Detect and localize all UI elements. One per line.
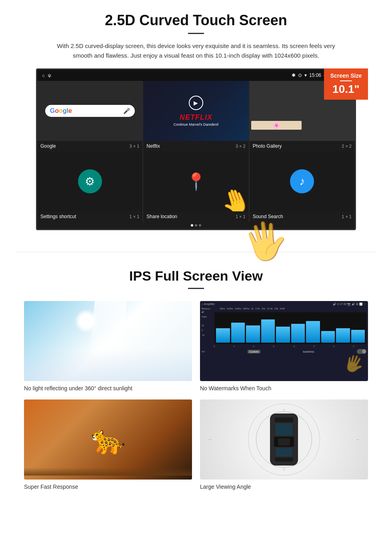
car-windshield bbox=[276, 424, 292, 436]
section2-underline bbox=[188, 288, 204, 289]
netflix-app-size: 3 × 2 bbox=[236, 144, 246, 149]
amp-bar-8 bbox=[321, 331, 335, 343]
google-app-cell[interactable]: Google 🎤 Google 3 × 1 bbox=[37, 81, 142, 151]
section-curved-screen: 2.5D Curved Touch Screen With 2.5D curve… bbox=[0, 0, 392, 240]
location-icon: ⊙ bbox=[298, 72, 302, 78]
netflix-logo: NETFLIX bbox=[174, 113, 218, 122]
netflix-cell-label: Netflix 3 × 2 bbox=[143, 141, 248, 151]
sky-image bbox=[24, 301, 192, 381]
car-roof-view bbox=[274, 437, 294, 447]
amp-freq-labels: Balance60hz100hz200hz500hz1k2.5k10k12.5k… bbox=[202, 307, 366, 310]
feature-img-no-watermarks: ⌂ Amplifier 🔊 ▾ 17:33 📷 🔊 ⊠ ⬜ ← Balance6… bbox=[200, 301, 368, 381]
amp-loudness-label: loudness bbox=[303, 350, 314, 353]
badge-divider bbox=[340, 80, 352, 81]
settings-app-cell[interactable]: ⚙ Settings shortcut 1 × 1 bbox=[37, 151, 142, 222]
time-display: 15:06 bbox=[309, 72, 321, 78]
amp-hand-icon: 🖐 bbox=[341, 351, 366, 376]
hand-icon: 🤚 bbox=[217, 183, 249, 211]
google-cell-label: Google 3 × 1 bbox=[37, 141, 142, 151]
amp-bar-3 bbox=[246, 325, 260, 343]
amp-bar-2 bbox=[231, 323, 245, 343]
amp-time: 🔊 ▾ 17:33 📷 🔊 ⊠ ⬜ ← bbox=[333, 303, 366, 306]
settings-app-size: 1 × 1 bbox=[130, 214, 140, 219]
feature-caption-large-angle: Large Viewing Angle bbox=[200, 484, 368, 490]
settings-icon: ⚙ bbox=[78, 169, 102, 193]
amp-bar-6 bbox=[291, 324, 305, 343]
amp-bar-5 bbox=[276, 327, 290, 343]
car-image: ↑ ↓ ← → bbox=[200, 399, 368, 480]
amp-bar-1 bbox=[216, 328, 230, 343]
device-wrapper: Screen Size 10.1" ⌂ ψ ✱ ⊙ ▾ 15:06 ◉ ◁) ⊠ bbox=[24, 68, 368, 230]
netflix-app-inner: ▶ NETFLIX Continue Marvel's Daredevil bbox=[143, 81, 248, 141]
feature-fast-response: 🐆 Super Fast Response bbox=[24, 399, 192, 490]
dot-3 bbox=[199, 224, 201, 227]
netflix-app-cell[interactable]: ▶ NETFLIX Continue Marvel's Daredevil Ne… bbox=[143, 81, 248, 151]
amp-footer: << Custom loudness bbox=[202, 349, 366, 354]
title-underline bbox=[188, 33, 204, 34]
feature-no-reflect: No light reflecting under 360° direct su… bbox=[24, 301, 192, 391]
amp-bar-9 bbox=[336, 328, 350, 343]
section2-title: IPS Full Screen View bbox=[24, 268, 368, 284]
angle-arrow-bottom: ↓ bbox=[283, 466, 285, 472]
feature-no-watermarks: ⌂ Amplifier 🔊 ▾ 17:33 📷 🔊 ⊠ ⬜ ← Balance6… bbox=[200, 301, 368, 391]
sound-app-inner: ♪ bbox=[250, 151, 355, 211]
amp-eq-bars bbox=[214, 312, 366, 344]
pagination-dots bbox=[37, 222, 355, 229]
usb-icon: ψ bbox=[48, 73, 51, 78]
share-app-inner: 📍 🤚 bbox=[143, 151, 248, 211]
google-app-inner: Google 🎤 bbox=[37, 81, 142, 141]
badge-label: Screen Size bbox=[327, 72, 365, 79]
amp-bottom-labels: 3400-3000 bbox=[202, 345, 366, 347]
netflix-play-button[interactable]: ▶ bbox=[189, 96, 203, 110]
feature-caption-no-reflect: No light reflecting under 360° direct su… bbox=[24, 385, 192, 391]
android-screen: ⌂ ψ ✱ ⊙ ▾ 15:06 ◉ ◁) ⊠ ⬜ bbox=[36, 68, 356, 230]
screen-size-badge: Screen Size 10.1" bbox=[324, 68, 368, 100]
amp-bar-10 bbox=[351, 330, 365, 343]
cheetah-image: 🐆 bbox=[24, 399, 192, 480]
amp-toggle[interactable] bbox=[357, 349, 366, 354]
dot-2 bbox=[195, 224, 197, 227]
amp-bar-7 bbox=[306, 321, 320, 343]
google-app-size: 3 × 1 bbox=[130, 144, 140, 149]
amp-toggle-knob bbox=[362, 349, 366, 353]
google-search-bar[interactable]: Google 🎤 bbox=[45, 105, 135, 117]
sound-icon: ♪ bbox=[290, 169, 314, 193]
share-cell-label: Share location 1 × 1 bbox=[143, 211, 248, 222]
mic-icon: 🎤 bbox=[123, 108, 130, 114]
car-body-top-view bbox=[270, 413, 298, 466]
section1-description: With 2.5D curved-display screen, this de… bbox=[56, 41, 336, 60]
cheetah-emoji: 🐆 bbox=[91, 423, 126, 456]
settings-app-inner: ⚙ bbox=[37, 151, 142, 211]
maps-icon: 📍 bbox=[186, 172, 206, 191]
feature-img-no-reflect bbox=[24, 301, 192, 381]
section1-title: 2.5D Curved Touch Screen bbox=[24, 12, 368, 29]
car-sunroof bbox=[278, 438, 290, 446]
gallery-app-name: Photo Gallery bbox=[253, 143, 282, 149]
share-app-size: 1 × 1 bbox=[236, 214, 246, 219]
share-app-cell[interactable]: 📍 🤚 Share location 1 × 1 bbox=[143, 151, 248, 222]
bluetooth-icon: ✱ bbox=[292, 72, 296, 78]
netflix-content: ▶ NETFLIX Continue Marvel's Daredevil bbox=[174, 96, 218, 126]
car-front bbox=[275, 417, 293, 422]
sound-app-cell[interactable]: ♪ Sound Search 1 × 1 bbox=[250, 151, 355, 222]
gallery-app-size: 2 × 2 bbox=[342, 144, 352, 149]
section-divider bbox=[16, 252, 376, 252]
section-ips: IPS Full Screen View No light reflecting… bbox=[0, 264, 392, 502]
gallery-cell-label: Photo Gallery 2 × 2 bbox=[250, 141, 355, 151]
amplifier-image: ⌂ Amplifier 🔊 ▾ 17:33 📷 🔊 ⊠ ⬜ ← Balance6… bbox=[200, 301, 368, 381]
netflix-subtitle: Continue Marvel's Daredevil bbox=[174, 122, 218, 126]
amp-eq-controls: 🔊 Fader 10 0 -10 bbox=[202, 311, 366, 344]
car-rear-window bbox=[276, 448, 292, 456]
features-grid: No light reflecting under 360° direct su… bbox=[24, 301, 368, 490]
share-app-name: Share location bbox=[146, 214, 177, 219]
settings-app-name: Settings shortcut bbox=[40, 214, 76, 219]
feature-img-fast-response: 🐆 bbox=[24, 399, 192, 480]
amp-left-labels: 🔊 Fader 10 0 -10 bbox=[202, 311, 214, 344]
amp-custom-btn[interactable]: Custom bbox=[248, 350, 260, 353]
settings-cell-label: Settings shortcut 1 × 1 bbox=[37, 211, 142, 222]
angle-arrow-right: → bbox=[355, 437, 360, 442]
dot-1 bbox=[191, 224, 193, 227]
amp-bar-4 bbox=[261, 319, 275, 343]
cheetah-ground bbox=[24, 468, 192, 476]
angle-arrow-left: ← bbox=[208, 437, 213, 442]
